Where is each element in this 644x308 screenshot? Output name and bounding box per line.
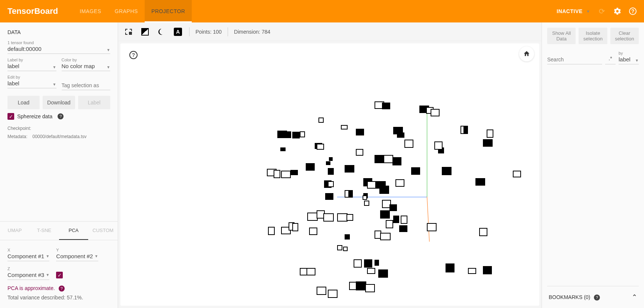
z-enable-checkbox[interactable]: ✓ [56,272,63,278]
reset-view-icon[interactable] [519,46,534,61]
reload-icon[interactable]: ⟳ [598,7,606,15]
data-point[interactable] [292,132,300,138]
tensor-select[interactable]: default:00000 ▼ [7,46,110,54]
data-point[interactable] [306,163,315,171]
data-point[interactable] [306,268,315,275]
data-point[interactable] [346,214,353,221]
help-icon[interactable]: ? [129,51,138,59]
data-point[interactable] [354,259,362,268]
select-box-icon[interactable] [123,27,134,37]
night-mode-icon[interactable] [156,27,167,37]
tag-input[interactable] [62,80,111,90]
info-icon[interactable]: ? [594,295,600,301]
data-point[interactable] [341,125,348,129]
label-mode-icon[interactable]: A [173,27,183,37]
data-point[interactable] [309,228,317,235]
data-point[interactable] [356,281,366,290]
data-point[interactable] [283,131,291,138]
data-point[interactable] [317,287,326,295]
data-point[interactable] [395,179,404,187]
data-point[interactable] [375,155,383,163]
data-point[interactable] [292,223,298,231]
data-point[interactable] [483,139,493,147]
data-point[interactable] [411,167,420,175]
data-point[interactable] [337,245,342,250]
label-button[interactable]: Label [78,96,110,109]
data-point[interactable] [318,118,324,123]
data-point[interactable] [345,234,350,240]
help-icon[interactable]: ? [629,7,637,15]
data-point[interactable] [468,268,476,274]
data-point[interactable] [274,170,280,178]
tab-pca[interactable]: PCA [59,222,89,240]
tab-projector[interactable]: PROJECTOR [145,0,192,22]
data-point[interactable] [328,168,334,175]
search-input[interactable] [547,54,602,64]
bookmarks-toggle[interactable]: BOOKMARKS (0) ? ⌃ [547,286,639,308]
data-point[interactable] [281,171,291,178]
clear-button[interactable]: Clear selection [610,28,639,44]
brightness-icon[interactable] [140,27,150,37]
data-point[interactable] [326,161,330,165]
projector-viewport[interactable]: ? [120,43,539,306]
data-point[interactable] [365,284,375,292]
y-component-select[interactable]: Component #2 ▼ [56,253,98,261]
show-all-button[interactable]: Show All Data [547,28,576,44]
data-point[interactable] [325,193,333,200]
data-point[interactable] [337,213,348,222]
data-point[interactable] [487,129,493,138]
data-point[interactable] [328,181,334,187]
data-point[interactable] [378,269,388,278]
data-point[interactable] [307,213,318,221]
data-point[interactable] [356,149,363,156]
data-point[interactable] [345,165,354,173]
data-point[interactable] [483,266,492,274]
data-point[interactable] [404,140,413,148]
runs-selector[interactable]: INACTIVE ▼ [557,8,590,14]
edit-by-select[interactable]: label ▼ [7,80,56,88]
sphereize-checkbox[interactable]: ✓ [7,113,14,120]
data-point[interactable] [479,228,487,236]
data-point[interactable] [386,220,393,228]
isolate-button[interactable]: Isolate selection [579,28,607,44]
data-point[interactable] [460,126,464,134]
data-point[interactable] [399,225,407,232]
data-point[interactable] [280,147,286,151]
data-point[interactable] [364,259,372,268]
data-point[interactable] [329,157,333,161]
data-point[interactable] [375,260,379,266]
tab-graphs[interactable]: GRAPHS [108,0,145,22]
settings-icon[interactable] [613,7,622,15]
data-point[interactable] [434,141,443,150]
data-point[interactable] [427,223,437,231]
regex-toggle[interactable]: .* [605,54,616,64]
data-point[interactable] [383,155,393,163]
data-point[interactable] [268,227,275,235]
tab-tsne[interactable]: T-SNE [30,222,59,240]
data-point[interactable] [431,109,440,116]
z-component-select[interactable]: Component #3 ▼ [7,272,49,280]
data-point[interactable] [393,216,399,223]
data-point[interactable] [513,171,521,177]
load-button[interactable]: Load [7,96,40,109]
tab-images[interactable]: IMAGES [73,0,108,22]
data-point[interactable] [380,210,390,219]
label-by-select[interactable]: label ▼ [7,63,56,71]
color-by-select[interactable]: No color map ▼ [62,63,111,71]
x-component-select[interactable]: Component #1 ▼ [7,253,49,261]
data-point[interactable] [380,233,391,240]
data-point[interactable] [328,290,338,298]
data-point[interactable] [363,195,367,200]
data-point[interactable] [464,126,468,134]
data-point[interactable] [367,181,376,189]
tab-umap[interactable]: UMAP [0,222,30,240]
data-point[interactable] [397,132,404,138]
data-point[interactable] [392,157,401,165]
data-point[interactable] [364,201,369,206]
data-point[interactable] [323,213,334,222]
data-point[interactable] [475,178,485,186]
data-point[interactable] [348,190,353,198]
data-point[interactable] [356,129,364,135]
download-button[interactable]: Download [43,96,75,109]
data-point[interactable] [343,247,348,251]
